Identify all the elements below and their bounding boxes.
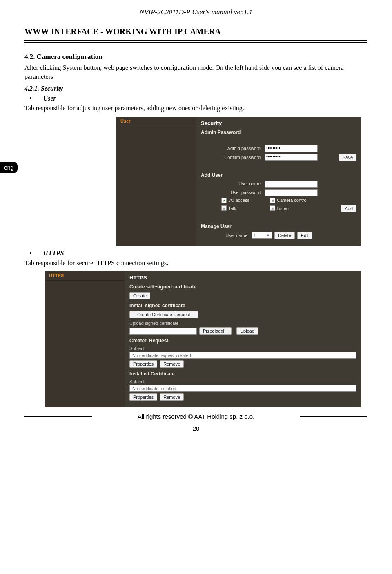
group-add-user: Add User xyxy=(201,172,356,178)
page-number: 20 xyxy=(24,425,368,432)
section-heading: WWW INTERFACE - WORKING WITH IP CAMERA xyxy=(24,27,368,36)
bullet-user-label: User xyxy=(43,95,56,102)
screenshot-security-user: User Security Admin Password Admin passw… xyxy=(116,117,361,246)
properties-cert-button[interactable]: Properties xyxy=(129,393,157,401)
talk-label: Talk xyxy=(228,206,236,211)
paragraph-intro: After clicking System button, web page s… xyxy=(24,63,368,81)
label-manage-user-name: User name xyxy=(201,233,249,238)
edit-button[interactable]: Edit xyxy=(297,232,312,239)
running-header: NVIP-2C2011D-P User's manual ver.1.1 xyxy=(24,8,368,16)
group-manage-user: Manage User xyxy=(201,223,356,229)
listen-label: Listen xyxy=(277,206,289,211)
screenshot-https: HTTPS HTTPS Create self-signed certifica… xyxy=(45,271,361,407)
confirm-password-input[interactable]: ••••••••• xyxy=(265,154,318,161)
group-create-self-signed: Create self-signed certificate xyxy=(129,284,356,290)
group-admin-password: Admin Password xyxy=(201,130,356,135)
io-access-checkbox[interactable]: ✔ xyxy=(221,198,227,203)
user-select-value: 1 xyxy=(254,233,256,238)
group-installed-certificate: Installed Certificate xyxy=(129,371,356,377)
user-select[interactable]: 1 ▼ xyxy=(252,232,272,239)
bullet-dot-icon: • xyxy=(29,250,32,257)
sidebar-item-https[interactable]: HTTPS xyxy=(45,271,125,281)
bullet-https-label: HTTPS xyxy=(43,250,64,257)
footer-rule-left xyxy=(24,416,92,417)
footer-rule-right xyxy=(300,416,368,417)
subsection-4-2-1: 4.2.1. Security xyxy=(24,85,368,92)
create-cert-request-button[interactable]: Create Certificate Request xyxy=(129,311,198,318)
label-user-password: User password xyxy=(201,190,262,195)
heading-rule xyxy=(24,40,368,43)
footer-copyright: All rights reserved © AAT Holding sp. z … xyxy=(99,413,293,420)
label-subject-request: Subject xyxy=(129,346,356,351)
label-admin-password: Admin password xyxy=(201,146,262,151)
sidebar-item-user[interactable]: User xyxy=(116,117,196,126)
browse-button[interactable]: Przeglądaj... xyxy=(199,327,232,335)
panel-title-https: HTTPS xyxy=(129,275,356,281)
paragraph-user-tab: Tab responsible for adjusting user param… xyxy=(24,104,368,113)
group-install-signed: Install signed certificate xyxy=(129,303,356,308)
admin-password-input[interactable]: ••••••••• xyxy=(265,145,318,152)
user-password-input[interactable] xyxy=(265,189,318,196)
created-request-readonly: No certificate request created. xyxy=(129,352,356,359)
panel-title-security: Security xyxy=(201,120,356,126)
create-button[interactable]: Create xyxy=(129,292,150,299)
upload-button[interactable]: Upload xyxy=(236,327,258,335)
chevron-down-icon: ▼ xyxy=(266,233,270,237)
add-button[interactable]: Add xyxy=(341,205,356,212)
camera-control-label: Camera control xyxy=(277,198,307,203)
camera-control-checkbox[interactable]: ■ xyxy=(270,198,275,203)
upload-file-input[interactable] xyxy=(129,328,197,335)
save-button[interactable]: Save xyxy=(339,154,356,161)
io-access-label: I/O access xyxy=(228,198,249,203)
label-user-name: User name xyxy=(201,181,262,186)
installed-cert-readonly: No certificate installed. xyxy=(129,385,356,392)
bullet-https: • HTTPS xyxy=(24,250,368,257)
remove-cert-button[interactable]: Remove xyxy=(160,393,184,401)
delete-button[interactable]: Delete xyxy=(274,232,295,239)
talk-checkbox[interactable]: ■ xyxy=(221,205,227,211)
user-name-input[interactable] xyxy=(265,181,318,188)
listen-checkbox[interactable]: ■ xyxy=(270,205,275,211)
label-upload-signed: Upload signed certificate xyxy=(129,321,356,326)
group-created-request: Created Request xyxy=(129,338,356,344)
bullet-user: • User xyxy=(24,95,368,102)
label-subject-cert: Subject xyxy=(129,379,356,384)
paragraph-https-tab: Tab responsible for secure HTTPS connect… xyxy=(24,259,368,268)
remove-request-button[interactable]: Remove xyxy=(160,360,184,368)
subsection-4-2: 4.2. Camera configuration xyxy=(24,53,368,61)
label-confirm-password: Confirm password xyxy=(201,155,262,160)
properties-request-button[interactable]: Properties xyxy=(129,360,157,368)
language-tab: eng xyxy=(0,162,18,173)
bullet-dot-icon: • xyxy=(29,95,32,102)
